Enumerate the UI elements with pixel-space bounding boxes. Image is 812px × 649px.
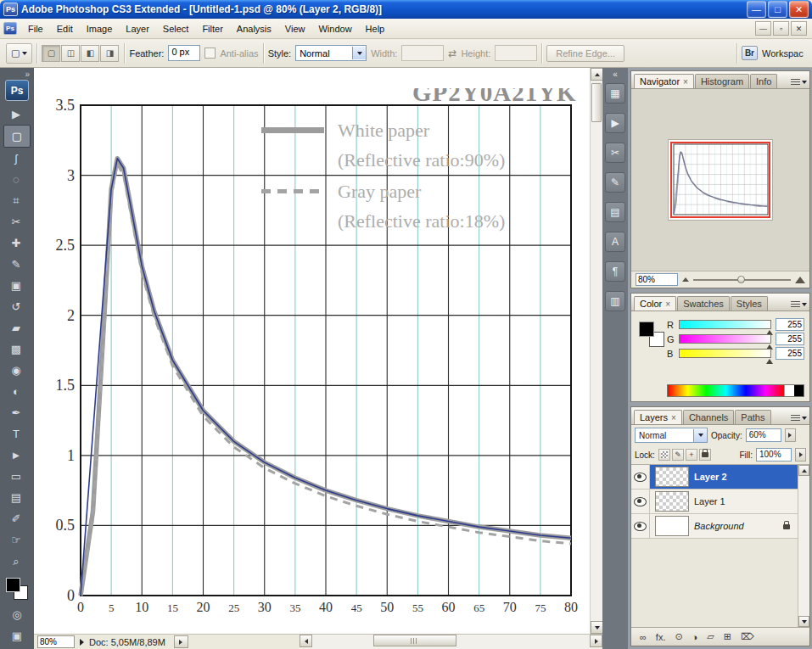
menu-filter[interactable]: Filter <box>195 21 229 36</box>
visibility-cell[interactable] <box>631 465 650 489</box>
type-tool[interactable]: T <box>3 423 29 445</box>
lock-all-icon[interactable] <box>699 449 711 461</box>
scroll-up-icon[interactable] <box>798 465 809 476</box>
navigator-zoom-slider[interactable] <box>693 279 791 281</box>
close-panel-icon[interactable]: × <box>683 77 688 87</box>
maximize-button[interactable]: □ <box>768 1 787 18</box>
toolbox-collapse-icon[interactable]: » <box>25 70 30 79</box>
subtract-selection-icon[interactable]: ◧ <box>81 45 99 62</box>
swap-dimensions-icon[interactable]: ⇄ <box>448 48 456 59</box>
scroll-up-icon[interactable] <box>591 68 603 81</box>
new-selection-icon[interactable]: ▢ <box>42 45 60 62</box>
screen-mode-button[interactable]: ▣ <box>4 625 30 646</box>
menu-analysis[interactable]: Analysis <box>230 21 278 36</box>
opacity-input[interactable]: 60% <box>746 428 781 442</box>
scroll-left-icon[interactable] <box>300 635 312 647</box>
collapsed-paragraph-panel-icon[interactable]: ¶ <box>605 261 625 282</box>
menu-edit[interactable]: Edit <box>50 21 80 36</box>
menu-window[interactable]: Window <box>311 21 358 36</box>
new-layer-icon[interactable]: ⊞ <box>724 631 731 642</box>
slider-track[interactable] <box>679 334 771 344</box>
visibility-cell[interactable] <box>631 514 650 538</box>
panel-menu-icon[interactable] <box>791 415 807 424</box>
scroll-down-icon[interactable] <box>591 621 603 634</box>
tab-channels[interactable]: Channels <box>683 410 734 424</box>
slider-thumb[interactable] <box>766 359 773 364</box>
tab-navigator[interactable]: Navigator× <box>634 74 694 88</box>
delete-layer-icon[interactable]: ⌦ <box>741 631 754 642</box>
collapsed-character-panel-icon[interactable]: A <box>605 232 625 252</box>
foreground-color-swatch[interactable] <box>639 322 654 337</box>
move-tool[interactable]: ▶ <box>3 104 29 125</box>
lock-image-icon[interactable]: ✎ <box>672 449 684 461</box>
history-brush-tool[interactable]: ↺ <box>3 296 29 317</box>
feather-input[interactable]: 0 px <box>168 45 200 61</box>
tool-preset-picker[interactable]: ▢ <box>6 43 32 64</box>
tab-info[interactable]: Info <box>750 74 777 88</box>
lock-transparency-icon[interactable] <box>658 449 670 461</box>
eye-icon[interactable] <box>634 522 647 531</box>
doc-minimize-button[interactable]: — <box>755 21 771 36</box>
layer-style-icon[interactable]: fx. <box>656 632 666 642</box>
doc-restore-button[interactable]: ▫ <box>773 21 789 36</box>
layer-row[interactable]: Layer 2 <box>631 465 798 490</box>
tab-styles[interactable]: Styles <box>731 296 768 311</box>
notes-tool[interactable]: ▤ <box>3 487 29 508</box>
intersect-selection-icon[interactable]: ◨ <box>100 45 119 62</box>
menu-view[interactable]: View <box>278 21 312 36</box>
hand-tool[interactable]: ☞ <box>3 529 29 551</box>
layers-scrollbar[interactable] <box>798 465 809 627</box>
status-menu-button[interactable] <box>174 635 188 648</box>
slider-value-input[interactable]: 255 <box>776 333 804 345</box>
collapsed-info-panel-icon[interactable]: ▥ <box>605 291 625 311</box>
fill-slider-icon[interactable] <box>795 448 806 462</box>
layer-thumbnail[interactable] <box>655 516 689 536</box>
layer-row[interactable]: Background <box>631 514 798 539</box>
collapsed-tool-presets-panel-icon[interactable]: ✂ <box>605 143 625 163</box>
document-canvas[interactable]: 0510152025303540455055606570758000.511.5… <box>34 68 590 634</box>
close-panel-icon[interactable]: × <box>671 413 676 422</box>
eye-icon[interactable] <box>634 473 647 482</box>
white-swatch[interactable] <box>784 385 794 396</box>
slider-value-input[interactable]: 255 <box>776 318 804 331</box>
doc-close-button[interactable]: ✕ <box>791 21 807 36</box>
spectrum-ramp[interactable] <box>668 385 784 396</box>
chevron-down-icon[interactable] <box>693 429 707 442</box>
path-selection-tool[interactable]: ► <box>3 445 29 466</box>
eraser-tool[interactable]: ▰ <box>3 317 29 338</box>
layer-thumbnail[interactable] <box>655 467 689 487</box>
navigator-zoom-input[interactable]: 80% <box>636 273 678 286</box>
tab-paths[interactable]: Paths <box>735 410 770 424</box>
fill-input[interactable]: 100% <box>756 448 792 462</box>
layer-row[interactable]: Layer 1 <box>631 490 798 514</box>
scrollbar-thumb[interactable] <box>373 635 456 646</box>
menu-select[interactable]: Select <box>156 21 196 36</box>
tab-swatches[interactable]: Swatches <box>677 296 730 311</box>
slider-track[interactable] <box>679 320 771 329</box>
gradient-tool[interactable]: ▩ <box>3 338 29 360</box>
scrollbar-track[interactable] <box>591 81 602 621</box>
slider-track[interactable] <box>679 349 771 358</box>
scroll-down-icon[interactable] <box>798 616 809 627</box>
style-select[interactable]: Normal <box>295 45 367 61</box>
horizontal-scrollbar[interactable] <box>300 635 602 649</box>
visibility-cell[interactable] <box>631 490 650 513</box>
foreground-color-swatch[interactable] <box>6 578 20 592</box>
window-titlebar[interactable]: Ps Adobe Photoshop CS3 Extended - [Untit… <box>0 0 812 19</box>
navigator-view-box[interactable] <box>670 142 770 218</box>
panel-menu-icon[interactable] <box>791 301 807 311</box>
link-layers-icon[interactable]: ∞ <box>640 632 647 642</box>
pen-tool[interactable]: ✒ <box>3 402 29 423</box>
tab-color[interactable]: Color× <box>634 296 676 311</box>
collapsed-brushes-panel-icon[interactable]: ✎ <box>605 172 625 193</box>
minimize-button[interactable]: — <box>747 1 766 18</box>
layer-group-icon[interactable]: ▱ <box>707 631 714 642</box>
slice-tool[interactable]: ✂ <box>3 211 29 232</box>
vertical-scrollbar[interactable] <box>590 68 602 634</box>
menu-help[interactable]: Help <box>359 21 392 36</box>
panel-menu-icon[interactable] <box>791 79 807 88</box>
dock-expand-icon[interactable]: « <box>613 70 618 79</box>
scrollbar-thumb[interactable] <box>591 83 602 122</box>
tab-histogram[interactable]: Histogram <box>695 74 749 88</box>
bridge-icon[interactable]: Br <box>742 46 758 60</box>
